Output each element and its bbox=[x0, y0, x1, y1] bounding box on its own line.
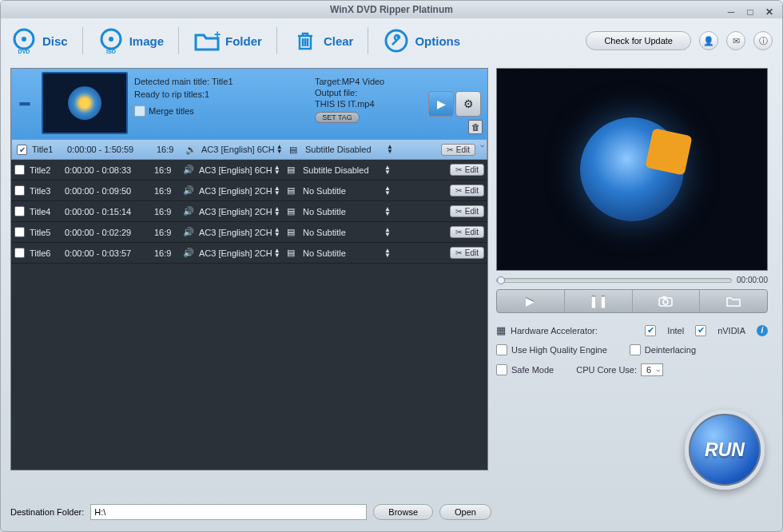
title-checkbox[interactable] bbox=[14, 165, 25, 175]
options-button[interactable]: Options bbox=[383, 27, 460, 54]
subtitle-select[interactable]: Subtitle Disabled▲▼ bbox=[303, 165, 391, 175]
title-duration: 0:00:00 - 0:15:14 bbox=[65, 207, 149, 216]
folder-plus-icon: + bbox=[193, 27, 221, 54]
video-preview bbox=[496, 68, 768, 271]
edit-button[interactable]: ✂Edit bbox=[450, 185, 484, 197]
merge-titles-label: Merge titles bbox=[149, 106, 194, 116]
svg-point-1 bbox=[22, 37, 26, 42]
edit-button[interactable]: ✂Edit bbox=[450, 226, 484, 238]
seek-bar[interactable] bbox=[496, 278, 732, 283]
audio-track-select[interactable]: AC3 [English] 2CH▲▼ bbox=[199, 248, 282, 258]
minimize-icon[interactable]: ─ bbox=[725, 3, 737, 14]
intel-label: Intel bbox=[667, 326, 684, 335]
hwaccel-label: Hardware Accelerator: bbox=[511, 326, 598, 335]
title-name: Title3 bbox=[30, 186, 60, 196]
svg-text:+: + bbox=[214, 29, 221, 41]
account-icon[interactable]: 👤 bbox=[699, 31, 718, 50]
snapshot-button[interactable] bbox=[633, 290, 701, 312]
run-button[interactable]: RUN bbox=[685, 410, 765, 490]
preview-play-icon[interactable]: ▶ bbox=[428, 91, 454, 117]
subtitle-select[interactable]: No Subtitle▲▼ bbox=[303, 228, 391, 237]
subtitle-select[interactable]: No Subtitle▲▼ bbox=[303, 186, 391, 196]
title-thumbnail[interactable] bbox=[42, 72, 128, 134]
title-duration: 0:00:00 - 0:02:29 bbox=[65, 228, 149, 237]
title-row[interactable]: Title40:00:00 - 0:15:1416:9🔊AC3 [English… bbox=[11, 201, 487, 222]
deinterlacing-checkbox[interactable] bbox=[630, 344, 641, 355]
info-icon[interactable]: ⓘ bbox=[753, 31, 773, 50]
svg-point-9 bbox=[663, 300, 668, 304]
title-aspect: 16:9 bbox=[157, 145, 181, 154]
merge-titles-checkbox[interactable] bbox=[134, 105, 145, 117]
title-checkbox[interactable] bbox=[14, 248, 25, 258]
title-checkbox[interactable]: ✔ bbox=[17, 145, 27, 155]
subtitle-select[interactable]: Subtitle Disabled▲▼ bbox=[305, 145, 393, 154]
cpu-core-select[interactable]: 6 bbox=[641, 363, 663, 376]
scissors-icon: ✂ bbox=[455, 186, 462, 195]
folder-open-icon bbox=[726, 296, 741, 307]
title-row[interactable]: Title60:00:00 - 0:03:5716:9🔊AC3 [English… bbox=[11, 243, 487, 264]
mail-icon[interactable]: ✉ bbox=[726, 31, 745, 50]
set-tag-button[interactable]: SET TAG bbox=[315, 112, 360, 123]
destination-input[interactable] bbox=[90, 504, 367, 520]
open-button[interactable]: Open bbox=[439, 504, 491, 520]
preview-disc-icon bbox=[580, 117, 684, 221]
close-icon[interactable]: ✕ bbox=[763, 3, 776, 14]
title-checkbox[interactable] bbox=[14, 206, 25, 216]
browse-button[interactable]: Browse bbox=[373, 504, 433, 520]
pause-button[interactable]: ❚❚ bbox=[565, 290, 633, 312]
subtitle-icon: ▤ bbox=[287, 248, 298, 258]
scissors-icon: ✂ bbox=[447, 145, 453, 154]
playback-time: 00:00:00 bbox=[737, 276, 768, 284]
open-folder-button[interactable] bbox=[700, 290, 767, 312]
audio-track-select[interactable]: AC3 [English] 2CH▲▼ bbox=[199, 228, 282, 237]
audio-track-select[interactable]: AC3 [English] 6CH▲▼ bbox=[201, 145, 284, 154]
dvd-disc-icon: DVD bbox=[10, 27, 38, 54]
play-button[interactable]: ▶ bbox=[497, 290, 565, 312]
title-name: Title6 bbox=[30, 248, 60, 258]
subtitle-icon: ▤ bbox=[287, 227, 298, 237]
svg-text:ISO: ISO bbox=[106, 49, 117, 54]
delete-title-icon[interactable]: 🗑 bbox=[468, 120, 483, 134]
destination-label: Destination Folder: bbox=[10, 507, 84, 517]
intel-checkbox[interactable]: ✔ bbox=[645, 325, 656, 336]
title-checkbox[interactable] bbox=[14, 227, 25, 237]
scissors-icon: ✂ bbox=[455, 165, 462, 174]
edit-button[interactable]: ✂Edit bbox=[450, 164, 484, 176]
title-row[interactable]: Title20:00:00 - 0:08:3316:9🔊AC3 [English… bbox=[11, 160, 487, 181]
disc-button[interactable]: DVD Disc bbox=[10, 27, 68, 54]
svg-text:DVD: DVD bbox=[18, 49, 30, 54]
title-duration: 0:00:00 - 0:08:33 bbox=[65, 165, 149, 175]
title-aspect: 16:9 bbox=[154, 165, 178, 175]
maximize-icon[interactable]: □ bbox=[744, 3, 757, 14]
clear-button[interactable]: Clear bbox=[292, 27, 354, 54]
edit-button[interactable]: ✂Edit bbox=[450, 247, 484, 259]
hq-engine-checkbox[interactable] bbox=[496, 344, 507, 355]
deinterlacing-label: Deinterlacing bbox=[645, 345, 696, 355]
camera-icon bbox=[658, 296, 673, 307]
title-checkbox[interactable] bbox=[14, 185, 25, 196]
edit-button[interactable]: ✂Edit bbox=[450, 205, 484, 217]
safe-mode-checkbox[interactable] bbox=[496, 364, 507, 375]
edit-button[interactable]: ✂Edit bbox=[441, 144, 475, 156]
nvidia-checkbox[interactable]: ✔ bbox=[695, 325, 706, 336]
image-button[interactable]: ISO Image bbox=[97, 27, 164, 54]
title-name: Title1 bbox=[32, 145, 62, 154]
audio-track-select[interactable]: AC3 [English] 6CH▲▼ bbox=[199, 165, 282, 175]
target-label: Target:MP4 Video bbox=[315, 77, 419, 86]
title-row[interactable]: Title50:00:00 - 0:02:2916:9🔊AC3 [English… bbox=[11, 222, 487, 243]
trash-icon bbox=[292, 27, 319, 54]
title-row[interactable]: Title30:00:00 - 0:09:5016:9🔊AC3 [English… bbox=[11, 181, 487, 201]
title-row[interactable]: ✔Title10:00:00 - 1:50:5916:9🔊AC3 [Englis… bbox=[11, 139, 487, 160]
folder-button[interactable]: + Folder bbox=[193, 27, 262, 54]
scissors-icon: ✂ bbox=[455, 248, 462, 257]
subtitle-icon: ▤ bbox=[289, 145, 300, 155]
audio-track-select[interactable]: AC3 [English] 2CH▲▼ bbox=[199, 207, 282, 216]
subtitle-select[interactable]: No Subtitle▲▼ bbox=[303, 248, 391, 258]
collapse-button[interactable]: ━ bbox=[14, 72, 35, 136]
scissors-icon: ✂ bbox=[455, 207, 462, 216]
hwaccel-info-icon[interactable]: i bbox=[757, 325, 768, 336]
subtitle-select[interactable]: No Subtitle▲▼ bbox=[303, 207, 391, 216]
audio-track-select[interactable]: AC3 [English] 2CH▲▼ bbox=[199, 186, 282, 196]
check-update-button[interactable]: Check for Update bbox=[586, 31, 691, 50]
settings-gear-icon[interactable]: ⚙ bbox=[455, 91, 481, 117]
